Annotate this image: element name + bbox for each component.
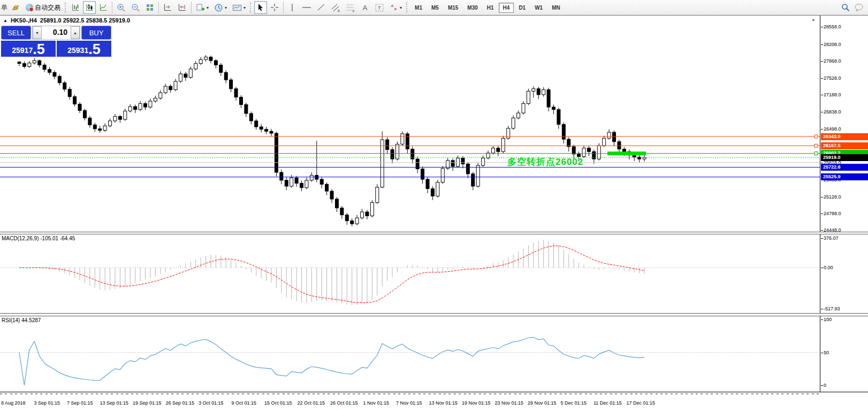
toolbar-separator — [112, 2, 112, 13]
price-axis: 28558.028208.027868.027528.027188.026838… — [821, 16, 868, 232]
vertical-line-icon — [289, 3, 295, 12]
rsi-tick: 0 — [824, 383, 826, 388]
time-label: 22 Oct 01:15 — [298, 400, 325, 406]
rsi-indicator-pane: 100500 RSI(14) 44.5287 — [0, 316, 868, 392]
current-price-tag: 25919.0 — [821, 154, 868, 161]
rsi-plot[interactable] — [0, 316, 820, 392]
sell-price-display[interactable]: 25917.5 — [1, 41, 56, 57]
level-price-tag: 26157.5 — [821, 142, 868, 149]
time-label: 9 Oct 01:15 — [232, 400, 257, 406]
toolbar-grip — [406, 2, 408, 13]
fibonacci-icon: F — [346, 3, 355, 12]
cursor-tool-button[interactable] — [254, 1, 267, 14]
sell-button[interactable]: SELL — [1, 26, 31, 40]
timeframe-button-M15[interactable]: M15 — [444, 3, 462, 13]
price-chart-plot[interactable]: 多空转折点26002 ▲ — [0, 16, 820, 232]
volume-input[interactable]: 0.10 — [42, 26, 71, 39]
equidistant-channel-tool-button[interactable]: E — [329, 1, 342, 14]
time-label: 17 Dec 01:15 — [627, 400, 656, 406]
tile-windows-icon — [146, 3, 154, 12]
candlestick-mode-button[interactable] — [83, 1, 96, 14]
line-chart-mode-button[interactable] — [97, 1, 110, 14]
trendline-tool-button[interactable] — [315, 1, 328, 14]
timeframe-button-H1[interactable]: H1 — [483, 3, 498, 13]
zoom-out-icon — [131, 3, 140, 12]
chart-period-button[interactable]: ▾ — [212, 1, 229, 14]
crosshair-tool-button[interactable] — [268, 1, 281, 14]
volume-increase-button[interactable]: ▲ — [71, 26, 80, 39]
bar-chart-mode-button[interactable] — [69, 1, 82, 14]
time-label: 19 Nov 01:15 — [462, 400, 491, 406]
chart-shift-icon — [178, 3, 187, 12]
time-label: 23 Nov 01:15 — [495, 400, 524, 406]
price-tick: 28208.0 — [824, 42, 841, 47]
candlestick-chart — [0, 16, 820, 232]
timeframe-button-W1[interactable]: W1 — [530, 3, 547, 13]
chart-shift-button[interactable] — [176, 1, 189, 14]
timeframe-button-M5[interactable]: M5 — [427, 3, 443, 13]
autotrade-button[interactable]: 自动交易 — [24, 1, 63, 14]
time-label: 29 Nov 01:15 — [528, 400, 557, 406]
time-label: 26 Oct 01:15 — [330, 400, 358, 406]
price-chart-pane: 多空转折点26002 ▲ 28558.028208.027868.027528.… — [0, 16, 868, 232]
new-order-button[interactable] — [9, 1, 22, 14]
zoom-in-button[interactable] — [115, 1, 128, 14]
arrows-tool-button[interactable]: ▾ — [387, 1, 404, 14]
timeframe-button-MN[interactable]: MN — [547, 3, 565, 13]
text-tool-button[interactable]: A — [359, 1, 371, 14]
candlestick-icon — [85, 3, 94, 12]
gold-bars-icon — [11, 3, 20, 12]
horizontal-line-icon — [302, 3, 311, 12]
macd-chart — [0, 234, 820, 313]
timeframe-button-H4[interactable]: H4 — [499, 3, 514, 13]
toolbar-separator — [283, 2, 284, 13]
chart-title-bar: ▲ HK50-,H4 25891.0 25922.5 25838.5 25919… — [3, 17, 130, 24]
auto-scroll-button[interactable] — [161, 1, 174, 14]
macd-plot[interactable] — [0, 234, 820, 313]
chat-icon[interactable] — [854, 3, 864, 12]
time-label: 3 Sep 01:15 — [34, 400, 60, 406]
clock-icon — [214, 3, 223, 12]
tile-windows-button[interactable] — [143, 1, 156, 14]
svg-text:F: F — [353, 10, 355, 12]
line-chart-icon — [99, 3, 108, 12]
autotrade-icon — [26, 4, 33, 11]
chart-annotation-text[interactable]: 多空转折点26002 — [507, 156, 583, 168]
chart-template-button[interactable]: ▾ — [230, 1, 248, 14]
buy-button[interactable]: BUY — [81, 26, 111, 40]
add-indicator-button[interactable]: ▾ — [194, 1, 211, 14]
timeframe-button-M1[interactable]: M1 — [410, 3, 427, 13]
macd-label: MACD(12,26,9) -105.01 -64.45 — [2, 235, 75, 241]
channel-icon: E — [331, 3, 340, 12]
fibonacci-tool-button[interactable]: F — [344, 1, 357, 14]
timeframe-button-D1[interactable]: D1 — [514, 3, 530, 13]
vertical-line-tool-button[interactable] — [286, 1, 299, 14]
toolbar-grip — [250, 2, 252, 13]
macd-tick: 376.07 — [824, 235, 839, 241]
text-label-icon: T — [375, 3, 384, 12]
svg-text:T: T — [378, 5, 381, 11]
zoom-out-button[interactable] — [129, 1, 142, 14]
macd-axis: 376.070.00-517.93 — [821, 234, 868, 313]
dropdown-caret-icon: ▾ — [400, 5, 402, 10]
clipped-toolbar-label: 单 — [1, 3, 7, 12]
crosshair-icon — [270, 3, 279, 12]
buy-price-display[interactable]: 25931.5 — [57, 41, 111, 57]
search-icon[interactable] — [841, 3, 850, 12]
trade-panel-toggle-icon[interactable]: ▲ — [3, 18, 7, 23]
svg-text:E: E — [338, 9, 340, 12]
time-axis[interactable]: 8 Aug 20183 Sep 01:157 Sep 01:1513 Sep 0… — [0, 392, 868, 411]
level-price-tag: 26343.9 — [821, 133, 868, 140]
horizontal-line-tool-button[interactable] — [300, 1, 314, 14]
price-tick: 27528.0 — [824, 75, 841, 81]
timeframe-button-M30[interactable]: M30 — [463, 3, 482, 13]
price-tick: 26838.0 — [824, 109, 841, 115]
volume-decrease-button[interactable]: ▼ — [33, 26, 42, 39]
buy-price-main: 25931 — [67, 45, 88, 56]
zoom-in-icon — [117, 3, 126, 12]
text-label-tool-button[interactable]: T — [372, 1, 386, 14]
buy-price-fraction: .5 — [88, 43, 101, 56]
time-label: 13 Sep 01:15 — [100, 400, 129, 406]
scale-scroll-arrow-icon[interactable]: ▲ — [811, 17, 816, 22]
template-icon — [232, 4, 242, 12]
